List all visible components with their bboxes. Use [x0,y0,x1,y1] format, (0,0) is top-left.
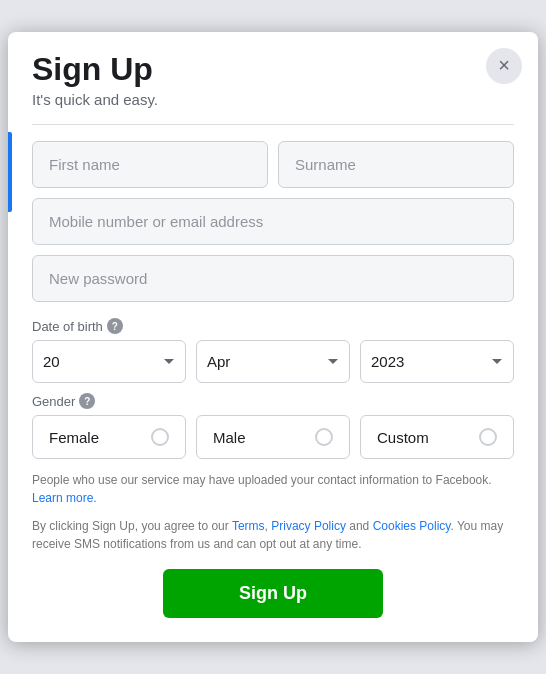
dob-section: Date of birth ? 20 1234 5678 9101112 131… [32,318,514,383]
privacy-text: People who use our service may have uplo… [32,471,514,507]
modal-container: Sign Up It's quick and easy. × Date of b… [8,32,538,642]
gender-male-option[interactable]: Male [196,415,350,459]
gender-custom-option[interactable]: Custom [360,415,514,459]
modal-header: Sign Up It's quick and easy. [32,52,514,125]
name-row [32,141,514,188]
dob-year-select[interactable]: 2023 202220212020 201920182015 201020052… [360,340,514,383]
gender-section: Gender ? Female Male Custom [32,393,514,459]
first-name-input[interactable] [32,141,268,188]
gender-female-option[interactable]: Female [32,415,186,459]
modal-title: Sign Up [32,52,514,87]
dob-day-select[interactable]: 20 1234 5678 9101112 13141516 17181921 2… [32,340,186,383]
close-button[interactable]: × [486,48,522,84]
privacy-policy-link[interactable]: Privacy Policy [271,519,346,533]
dob-month-select[interactable]: Apr JanFebMar MayJunJul AugSepOct NovDec [196,340,350,383]
gender-female-radio[interactable] [151,428,169,446]
dob-row: 20 1234 5678 9101112 13141516 17181921 2… [32,340,514,383]
gender-female-label: Female [49,429,99,446]
signup-button[interactable]: Sign Up [163,569,383,618]
gender-custom-label: Custom [377,429,429,446]
gender-male-label: Male [213,429,246,446]
password-input[interactable] [32,255,514,302]
left-accent-decoration [8,132,12,212]
gender-help-icon[interactable]: ? [79,393,95,409]
terms-link[interactable]: Terms [232,519,265,533]
gender-label: Gender ? [32,393,514,409]
surname-input[interactable] [278,141,514,188]
gender-row: Female Male Custom [32,415,514,459]
signup-form: Date of birth ? 20 1234 5678 9101112 131… [32,141,514,618]
dob-help-icon[interactable]: ? [107,318,123,334]
gender-male-radio[interactable] [315,428,333,446]
modal-overlay: Sign Up It's quick and easy. × Date of b… [0,0,546,674]
mobile-email-input[interactable] [32,198,514,245]
terms-text: By clicking Sign Up, you agree to our Te… [32,517,514,553]
learn-more-link[interactable]: Learn more. [32,491,97,505]
modal-subtitle: It's quick and easy. [32,91,514,108]
gender-custom-radio[interactable] [479,428,497,446]
dob-label: Date of birth ? [32,318,514,334]
cookies-policy-link[interactable]: Cookies Policy [373,519,451,533]
